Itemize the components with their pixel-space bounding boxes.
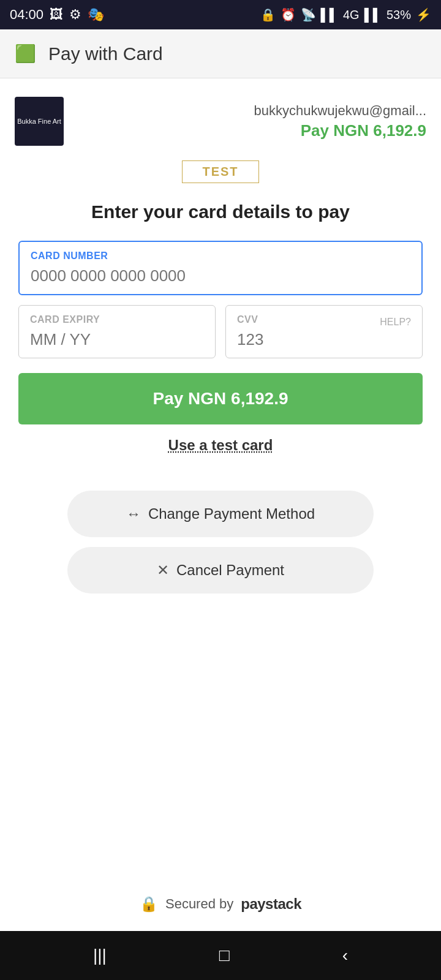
card-icon: 🟩	[15, 43, 36, 64]
amount-value: NGN 6,192.9	[333, 121, 426, 140]
cvv-input[interactable]	[237, 330, 411, 349]
merchant-logo: Bukka Fine Art	[15, 97, 64, 146]
expiry-group: CARD EXPIRY	[18, 305, 216, 358]
nav-bar: ||| □ ‹	[0, 931, 441, 980]
change-payment-icon: ↔	[126, 505, 141, 522]
home-button[interactable]: □	[219, 946, 230, 965]
signal-icon: ▌▌	[321, 8, 338, 22]
expiry-input[interactable]	[30, 330, 204, 349]
secured-by-text: Secured by	[165, 896, 233, 912]
cvv-label: CVV	[237, 314, 258, 325]
back-button[interactable]: ‹	[342, 946, 348, 965]
time: 04:00	[10, 7, 43, 23]
merchant-email: bukkychukwujekwu@gmail...	[254, 103, 426, 119]
main-content: Bukka Fine Art bukkychukwujekwu@gmail...…	[0, 78, 441, 931]
avatar-icon: 🎭	[88, 7, 104, 23]
settings-icon: ⚙	[69, 7, 81, 23]
menu-button[interactable]: |||	[93, 946, 107, 965]
signal2-icon: ▌▌	[364, 8, 382, 22]
data-icon: 4G	[343, 8, 360, 22]
cvv-header: CVV HELP?	[237, 314, 411, 330]
card-number-group: CARD NUMBER	[18, 241, 423, 295]
alarm-icon: ⏰	[281, 7, 296, 22]
status-bar: 04:00 🖼 ⚙ 🎭 🔒 ⏰ 📡 ▌▌ 4G ▌▌ 53% ⚡	[0, 0, 441, 29]
change-payment-label: Change Payment Method	[148, 505, 315, 522]
pay-button[interactable]: Pay NGN 6,192.9	[18, 373, 423, 424]
cancel-payment-label: Cancel Payment	[176, 562, 284, 579]
card-number-label: CARD NUMBER	[31, 251, 410, 262]
test-card-link[interactable]: Use a test card	[168, 437, 273, 454]
pay-label: Pay	[301, 121, 329, 140]
merchant-details: bukkychukwujekwu@gmail... Pay NGN 6,192.…	[254, 103, 426, 140]
header: 🟩 Pay with Card	[0, 29, 441, 78]
cvv-wrapper[interactable]: CVV HELP?	[225, 305, 423, 358]
cancel-icon: ✕	[157, 562, 169, 579]
card-number-input[interactable]	[31, 266, 410, 285]
merchant-logo-text: Bukka Fine Art	[15, 115, 64, 127]
cvv-group: CVV HELP?	[225, 305, 423, 358]
header-title: Pay with Card	[48, 43, 163, 64]
change-payment-method-button[interactable]: ↔ Change Payment Method	[67, 491, 374, 537]
photo-icon: 🖼	[50, 7, 63, 23]
action-buttons: ↔ Change Payment Method ✕ Cancel Payment	[67, 491, 374, 594]
cancel-payment-button[interactable]: ✕ Cancel Payment	[67, 547, 374, 594]
shield-icon: 🔒	[260, 7, 276, 22]
form-title: Enter your card details to pay	[91, 202, 350, 222]
status-left: 04:00 🖼 ⚙ 🎭	[10, 7, 104, 23]
charging-icon: ⚡	[416, 7, 431, 22]
status-right: 🔒 ⏰ 📡 ▌▌ 4G ▌▌ 53% ⚡	[260, 7, 431, 22]
expiry-wrapper[interactable]: CARD EXPIRY	[18, 305, 216, 358]
merchant-amount: Pay NGN 6,192.9	[254, 121, 426, 140]
secured-by: 🔒 Secured by paystack	[140, 895, 301, 913]
battery: 53%	[386, 8, 411, 22]
help-label[interactable]: HELP?	[380, 317, 411, 328]
card-number-wrapper[interactable]: CARD NUMBER	[18, 241, 423, 295]
paystack-brand: paystack	[241, 895, 301, 913]
wifi-icon: 📡	[301, 7, 316, 22]
test-badge: TEST	[182, 160, 258, 183]
expiry-label: CARD EXPIRY	[30, 314, 204, 325]
merchant-info: Bukka Fine Art bukkychukwujekwu@gmail...…	[15, 97, 426, 146]
form-container: CARD NUMBER CARD EXPIRY CVV HELP?	[18, 241, 423, 368]
row-fields: CARD EXPIRY CVV HELP?	[18, 305, 423, 368]
lock-icon: 🔒	[140, 895, 158, 913]
